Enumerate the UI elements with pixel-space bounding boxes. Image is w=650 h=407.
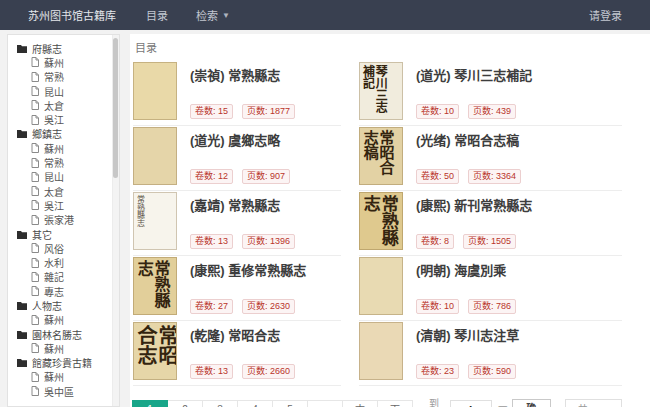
page-count-badge: 页数: 786	[468, 299, 516, 314]
tree-folder[interactable]: 鄉鎮志	[17, 127, 110, 141]
nav-item-search-label: 检索	[196, 7, 218, 23]
page-button[interactable]: 下一页	[377, 400, 413, 407]
catalog-entry[interactable]: (明朝) 海虞別乘 卷数: 10 页数: 786	[359, 257, 622, 321]
book-cover-image[interactable]: 常熟縣志	[133, 192, 177, 250]
book-cover-image[interactable]: 常熟縣志	[359, 192, 403, 250]
book-title[interactable]: (光绪) 常昭合志稿	[416, 130, 622, 149]
tree-item-label: 雜記	[44, 269, 64, 284]
tree-item[interactable]: 吳江	[17, 198, 110, 212]
tree-item[interactable]: 蘇州	[17, 313, 110, 327]
volume-count-badge: 卷数: 8	[416, 234, 454, 249]
page-count-badge: 页数: 2660	[242, 364, 295, 379]
tree-item[interactable]: 專志	[17, 284, 110, 298]
tree-folder[interactable]: 園林名勝志	[17, 327, 110, 341]
catalog-entry[interactable]: (清朝) 琴川志注草 卷数: 23 页数: 590	[359, 322, 622, 386]
page-button[interactable]: 3	[202, 400, 238, 407]
tree-item[interactable]: 常熟	[17, 70, 110, 84]
page-button[interactable]: ...	[307, 400, 343, 407]
site-brand[interactable]: 苏州图书馆古籍库	[28, 7, 116, 23]
tree-item[interactable]: 风俗	[17, 241, 110, 255]
page-button[interactable]: 4	[237, 400, 273, 407]
page-button[interactable]: 1	[132, 400, 168, 407]
catalog-entry[interactable]: 常昭合志稿 (光绪) 常昭合志稿 卷数: 50 页数: 3364	[359, 127, 622, 191]
tree-item[interactable]: 蘇州	[17, 141, 110, 155]
catalog-entry[interactable]: 琴川三志補記 (道光) 琴川三志補記 卷数: 10 页数: 439	[359, 62, 622, 126]
tree-folder[interactable]: 府縣志	[17, 41, 110, 55]
tree-item[interactable]: 蘇州	[17, 341, 110, 355]
catalog-entry[interactable]: 常熟縣志 (嘉靖) 常熟縣志 卷数: 13 页数: 1396	[133, 192, 341, 256]
tree-item-label: 昆山	[44, 169, 64, 184]
tree-item[interactable]: 昆山	[17, 84, 110, 98]
tree-item[interactable]: 太倉	[17, 98, 110, 112]
document-icon	[31, 86, 39, 96]
document-icon	[31, 272, 39, 282]
book-cover-image[interactable]: 常昭合志	[133, 322, 177, 380]
book-title[interactable]: (道光) 虞鄉志略	[190, 130, 341, 149]
tree-item[interactable]: 張家港	[17, 213, 110, 227]
book-title[interactable]: (嘉靖) 常熟縣志	[190, 195, 341, 214]
document-icon	[31, 57, 39, 67]
tree-item-label: 吳江	[44, 112, 64, 127]
jump-prefix-label: 到第	[429, 395, 444, 407]
tree-item[interactable]: 吳江	[17, 112, 110, 126]
page-button[interactable]: 2	[167, 400, 203, 407]
cover-calligraphy: 常昭合志	[134, 323, 177, 379]
tree-item-label: 太倉	[44, 98, 64, 113]
confirm-button[interactable]: 确定	[512, 399, 551, 407]
tree-item[interactable]: 太倉	[17, 184, 110, 198]
book-cover-image[interactable]	[359, 322, 403, 380]
tree-item[interactable]: 水利	[17, 255, 110, 269]
login-link[interactable]: 请登录	[589, 7, 622, 23]
book-title[interactable]: (乾隆) 常昭合志	[190, 325, 341, 344]
document-icon	[31, 143, 39, 153]
volume-count-badge: 卷数: 10	[416, 104, 459, 119]
book-cover-image[interactable]: 常熟縣志	[133, 257, 177, 315]
volume-count-badge: 卷数: 27	[190, 299, 233, 314]
document-icon	[31, 72, 39, 82]
catalog-entry[interactable]: 常熟縣志 (康熙) 重修常熟縣志 卷数: 27 页数: 2630	[133, 257, 341, 321]
page-count-badge: 页数: 1877	[242, 104, 295, 119]
tree-folder[interactable]: 人物志	[17, 298, 110, 312]
document-icon	[31, 158, 39, 168]
book-cover-image[interactable]	[359, 257, 403, 315]
catalog-entry[interactable]: 常熟縣志 (康熙) 新刊常熟縣志 卷数: 8 页数: 1505	[359, 192, 622, 256]
book-cover-image[interactable]: 常昭合志稿	[359, 127, 403, 185]
nav-item-search[interactable]: 检索 ▼	[196, 7, 230, 23]
tree-item-label: 張家港	[44, 212, 74, 227]
volume-count-badge: 卷数: 10	[416, 299, 459, 314]
jump-page-input[interactable]	[450, 400, 492, 407]
tree-item[interactable]: 蘇州	[17, 55, 110, 69]
catalog-entry[interactable]: (崇禎) 常熟縣志 卷数: 15 页数: 1877	[133, 62, 341, 126]
tree-folder[interactable]: 館藏珍貴古籍	[17, 356, 110, 370]
book-title[interactable]: (崇禎) 常熟縣志	[190, 65, 341, 84]
catalog-entry[interactable]: 常昭合志 (乾隆) 常昭合志 卷数: 13 页数: 2660	[133, 322, 341, 386]
sidebar-scrollbar[interactable]	[112, 35, 119, 406]
page-button[interactable]: 末页	[342, 400, 378, 407]
book-cover-image[interactable]	[133, 62, 177, 120]
tree-item-label: 蘇州	[44, 341, 64, 356]
sidebar-scrollbar-thumb[interactable]	[113, 38, 118, 178]
book-title[interactable]: (明朝) 海虞別乘	[416, 260, 622, 279]
nav-item-catalog[interactable]: 目录	[146, 7, 168, 23]
page-button[interactable]: 5	[272, 400, 308, 407]
tree-item-label: 昆山	[44, 84, 64, 99]
book-title[interactable]: (康熙) 重修常熟縣志	[190, 260, 341, 279]
book-title[interactable]: (康熙) 新刊常熟縣志	[416, 195, 622, 214]
book-cover-image[interactable]	[133, 127, 177, 185]
page-count-badge: 页数: 1505	[463, 234, 516, 249]
tree-item[interactable]: 昆山	[17, 170, 110, 184]
catalog-grid: (崇禎) 常熟縣志 卷数: 15 页数: 1877 琴川三志補記 (道光) 琴川…	[133, 62, 622, 387]
document-icon	[31, 243, 39, 253]
tree-item[interactable]: 常熟	[17, 155, 110, 169]
tree-folder[interactable]: 其它	[17, 227, 110, 241]
page-count-badge: 页数: 3364	[468, 169, 521, 184]
tree-item[interactable]: 蘇州	[17, 370, 110, 384]
document-icon	[31, 215, 39, 225]
book-title[interactable]: (道光) 琴川三志補記	[416, 65, 622, 84]
tree-item[interactable]: 雜記	[17, 270, 110, 284]
tree-item[interactable]: 吳中區	[17, 384, 110, 398]
cover-calligraphy: 常昭合志稿	[360, 128, 394, 184]
book-title[interactable]: (清朝) 琴川志注草	[416, 325, 622, 344]
book-cover-image[interactable]: 琴川三志補記	[359, 62, 403, 120]
catalog-entry[interactable]: (道光) 虞鄉志略 卷数: 12 页数: 907	[133, 127, 341, 191]
